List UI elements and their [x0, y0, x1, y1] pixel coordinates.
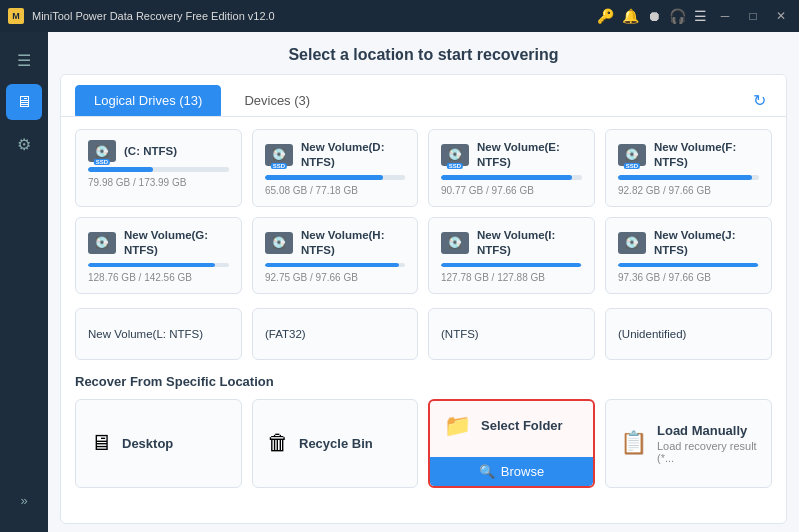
drives-section: 💽 SSD (C: NTFS) 79.98 GB / 173.99 GB	[61, 117, 786, 523]
maximize-button[interactable]: □	[743, 6, 763, 26]
drives-grid-top: 💽 SSD (C: NTFS) 79.98 GB / 173.99 GB	[75, 129, 772, 294]
drive-label-e: New Volume(E: NTFS)	[477, 140, 582, 170]
drive-label-i: New Volume(I: NTFS)	[477, 228, 582, 258]
main-panel: Logical Drives (13) Devices (3) ↻ 💽 SSD	[60, 74, 787, 524]
specific-location-title: Recover From Specific Location	[75, 374, 772, 389]
drive-card-e[interactable]: 💽 SSD New Volume(E: NTFS) 90.77 GB / 97.…	[428, 129, 595, 207]
location-select-folder[interactable]: 📁 Select Folder 🔍 Browse	[428, 399, 595, 488]
drive-simple-label-l: New Volume(L: NTFS)	[88, 328, 203, 340]
close-button[interactable]: ✕	[771, 6, 791, 26]
select-folder-label: Select Folder	[481, 418, 563, 433]
drive-card-g[interactable]: 💽 New Volume(G: NTFS) 128.76 GB / 142.56…	[75, 217, 242, 294]
drive-fill-g	[88, 263, 215, 267]
drive-fill-i	[441, 263, 581, 267]
drive-icon-c: 💽 SSD	[88, 140, 116, 162]
search-icon: 🔍	[479, 464, 495, 479]
drive-label-j: New Volume(J: NTFS)	[654, 228, 759, 258]
refresh-button[interactable]: ↻	[747, 87, 772, 114]
drive-label-g: New Volume(G: NTFS)	[124, 228, 229, 258]
desktop-label: Desktop	[122, 436, 173, 451]
drive-fill-c	[88, 167, 153, 172]
load-manually-sub: Load recovery result (*...	[657, 440, 757, 464]
page-title: Select a location to start recovering	[48, 32, 799, 74]
browse-button[interactable]: 🔍 Browse	[430, 457, 593, 486]
drive-card-fat32[interactable]: (FAT32)	[252, 308, 418, 360]
drive-icon-h: 💽	[265, 232, 293, 254]
drive-fill-j	[618, 263, 758, 267]
menu-icon[interactable]: ☰	[694, 8, 707, 24]
drive-card-f[interactable]: 💽 SSD New Volume(F: NTFS) 92.82 GB / 97.…	[605, 129, 772, 207]
drive-label-h: New Volume(H: NTFS)	[301, 228, 405, 258]
sidebar-item-drives[interactable]: 🖥	[6, 84, 42, 120]
load-manually-label: Load Manually	[657, 423, 757, 438]
drive-label-f: New Volume(F: NTFS)	[654, 140, 759, 170]
folder-icon: 📁	[444, 413, 471, 439]
drive-card-h[interactable]: 💽 New Volume(H: NTFS) 92.75 GB / 97.66 G…	[252, 217, 418, 294]
drive-simple-label-unidentified: (Unidentified)	[618, 328, 686, 340]
drive-size-g: 128.76 GB / 142.56 GB	[88, 272, 229, 283]
drive-progress-g	[88, 263, 229, 267]
drive-card-l[interactable]: New Volume(L: NTFS)	[75, 308, 242, 360]
drive-progress-d	[265, 175, 405, 180]
drive-icon-i: 💽	[441, 232, 469, 254]
drive-card-i[interactable]: 💽 New Volume(I: NTFS) 127.78 GB / 127.88…	[428, 217, 595, 294]
app-title: MiniTool Power Data Recovery Free Editio…	[32, 10, 597, 22]
title-bar: M MiniTool Power Data Recovery Free Edit…	[0, 0, 799, 32]
drive-fill-f	[618, 175, 752, 180]
sidebar-item-menu[interactable]: ☰	[6, 42, 42, 78]
sidebar-bottom: »	[16, 489, 31, 522]
drive-fill-d	[265, 175, 383, 180]
drive-size-h: 92.75 GB / 97.66 GB	[265, 272, 405, 283]
drive-progress-c	[88, 167, 229, 172]
drive-progress-f	[618, 175, 759, 180]
bell-icon[interactable]: 🔔	[622, 8, 639, 24]
title-bar-icons: 🔑 🔔 ⏺ 🎧 ☰ ─ □ ✕	[597, 6, 791, 26]
drive-icon-f: 💽 SSD	[618, 144, 646, 166]
sidebar: ☰ 🖥 ⚙ »	[0, 32, 48, 532]
desktop-icon: 🖥	[90, 430, 112, 456]
drive-size-j: 97.36 GB / 97.66 GB	[618, 272, 759, 283]
drive-label-d: New Volume(D: NTFS)	[301, 140, 405, 170]
drive-simple-label-fat32: (FAT32)	[265, 328, 306, 340]
sidebar-item-settings[interactable]: ⚙	[6, 126, 42, 162]
key-icon[interactable]: 🔑	[597, 8, 614, 24]
location-recycle-bin[interactable]: 🗑 Recycle Bin	[252, 399, 418, 488]
drive-label-c: (C: NTFS)	[124, 144, 177, 159]
simple-partitions-grid: New Volume(L: NTFS) (FAT32) (NTFS) (Unid…	[75, 308, 772, 360]
app-body: ☰ 🖥 ⚙ » Select a location to start recov…	[0, 32, 799, 532]
drive-size-d: 65.08 GB / 77.18 GB	[265, 185, 405, 196]
drive-progress-e	[441, 175, 582, 180]
drive-card-d[interactable]: 💽 SSD New Volume(D: NTFS) 65.08 GB / 77.…	[252, 129, 418, 207]
headset-icon[interactable]: 🎧	[669, 8, 686, 24]
record-icon[interactable]: ⏺	[647, 8, 661, 24]
load-manually-icon: 📋	[620, 430, 647, 456]
recycle-bin-icon: 🗑	[267, 430, 289, 456]
drive-icon-e: 💽 SSD	[441, 144, 469, 166]
recycle-bin-label: Recycle Bin	[299, 436, 373, 451]
drive-card-unidentified[interactable]: (Unidentified)	[605, 308, 772, 360]
drive-fill-h	[265, 263, 399, 267]
location-grid: 🖥 Desktop 🗑 Recycle Bin 📁 Select Folder	[75, 399, 772, 488]
drive-size-c: 79.98 GB / 173.99 GB	[88, 177, 229, 188]
drive-card-c[interactable]: 💽 SSD (C: NTFS) 79.98 GB / 173.99 GB	[75, 129, 242, 207]
location-load-manually[interactable]: 📋 Load Manually Load recovery result (*.…	[605, 399, 772, 488]
drive-card-ntfs[interactable]: (NTFS)	[428, 308, 595, 360]
drive-icon-d: 💽 SSD	[265, 144, 293, 166]
drive-card-j[interactable]: 💽 New Volume(J: NTFS) 97.36 GB / 97.66 G…	[605, 217, 772, 294]
tab-logical-drives[interactable]: Logical Drives (13)	[75, 85, 221, 116]
drive-icon-g: 💽	[88, 232, 116, 254]
drive-size-f: 92.82 GB / 97.66 GB	[618, 185, 759, 196]
browse-label: Browse	[501, 464, 544, 479]
tab-devices[interactable]: Devices (3)	[225, 85, 329, 116]
sidebar-expand-button[interactable]: »	[16, 489, 31, 512]
drive-simple-label-ntfs: (NTFS)	[441, 328, 479, 340]
drive-size-e: 90.77 GB / 97.66 GB	[441, 185, 582, 196]
drive-progress-h	[265, 263, 405, 267]
tabs-row: Logical Drives (13) Devices (3) ↻	[61, 75, 786, 117]
drive-icon-j: 💽	[618, 232, 646, 254]
location-desktop[interactable]: 🖥 Desktop	[75, 399, 242, 488]
drive-progress-j	[618, 263, 759, 267]
minimize-button[interactable]: ─	[715, 6, 735, 26]
drive-fill-e	[441, 175, 572, 180]
drive-progress-i	[441, 263, 582, 267]
